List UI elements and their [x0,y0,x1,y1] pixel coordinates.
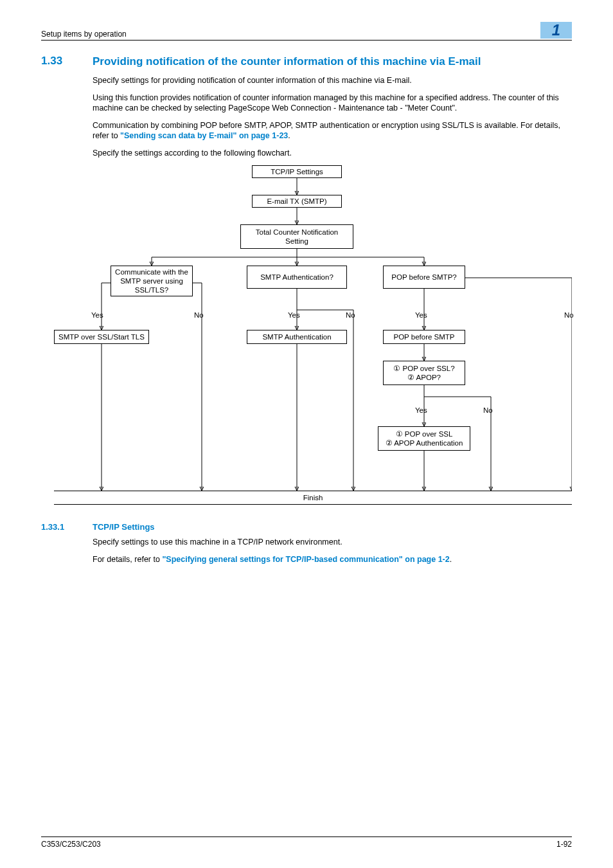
running-header: Setup items by operation 1 [41,22,572,41]
flow-decision-pop: POP before SMTP? [383,266,465,289]
flow-a2-line1: ① POP over SSL [396,429,453,439]
header-section-label: Setup items by operation [41,30,127,39]
flow-node-total-counter: Total Counter Notification Setting [240,224,353,249]
flow-label-yes: Yes [288,311,300,319]
flow-q2-line1: ① POP over SSL? [393,364,454,373]
body-paragraph: For details, refer to "Specifying genera… [93,554,572,565]
cross-reference-link[interactable]: "Specifying general settings for TCP/IP-… [162,555,449,564]
body-paragraph: Specify settings for providing notificat… [93,75,572,86]
flowchart: TCP/IP Settings E-mail TX (SMTP) Total C… [41,165,572,516]
flow-node-pop-ssl-apop-action: ① POP over SSL ② APOP Authentication [378,426,470,451]
section-number: 1.33 [41,55,93,69]
subsection-heading: 1.33.1 TCP/IP Settings [41,522,572,532]
body-text: . [288,131,290,140]
flow-label-no: No [483,406,493,414]
flow-node-smtp-action: SMTP Authentication [247,330,347,344]
header-chapter-number: 1 [540,22,572,39]
section-heading: 1.33 Providing notification of the count… [41,55,572,69]
flow-node-emailtx: E-mail TX (SMTP) [252,195,342,208]
body-paragraph: Specify the settings according to the fo… [93,148,572,158]
flow-decision-pop-ssl-apop: ① POP over SSL? ② APOP? [383,361,465,385]
body-paragraph: Using this function provides notificatio… [93,93,572,113]
flow-label-yes: Yes [91,311,103,319]
flow-label-no: No [194,311,204,319]
page-footer: C353/C253/C203 1-92 [41,836,572,849]
flow-label-no: No [346,311,355,319]
footer-page-number: 1-92 [556,840,572,849]
footer-model: C353/C253/C203 [41,840,101,849]
body-text: . [450,555,452,564]
flow-a2-line2: ② APOP Authentication [386,439,463,448]
flow-label-yes: Yes [415,311,427,319]
flow-label-yes: Yes [415,406,427,414]
cross-reference-link[interactable]: "Sending scan data by E-mail" on page 1-… [120,131,288,140]
body-text: For details, refer to [93,555,162,564]
body-paragraph: Communication by combining POP before SM… [93,120,572,141]
flow-decision-smtp-auth: SMTP Authentication? [247,266,347,289]
body-paragraph: Specify settings to use this machine in … [93,537,572,547]
flow-decision-ssl: Communicate with the SMTP server using S… [111,266,193,296]
subsection-title: TCP/IP Settings [93,522,155,532]
flow-label-no: No [564,311,574,319]
section-title: Providing notification of the counter in… [93,55,481,69]
subsection-number: 1.33.1 [41,522,93,532]
flow-node-ssl-action: SMTP over SSL/Start TLS [54,330,149,344]
flow-node-finish: Finish [54,491,572,505]
flow-node-tcpip: TCP/IP Settings [252,165,342,178]
flow-q2-line2: ② APOP? [407,373,441,382]
flow-node-pop-action: POP before SMTP [383,330,465,344]
